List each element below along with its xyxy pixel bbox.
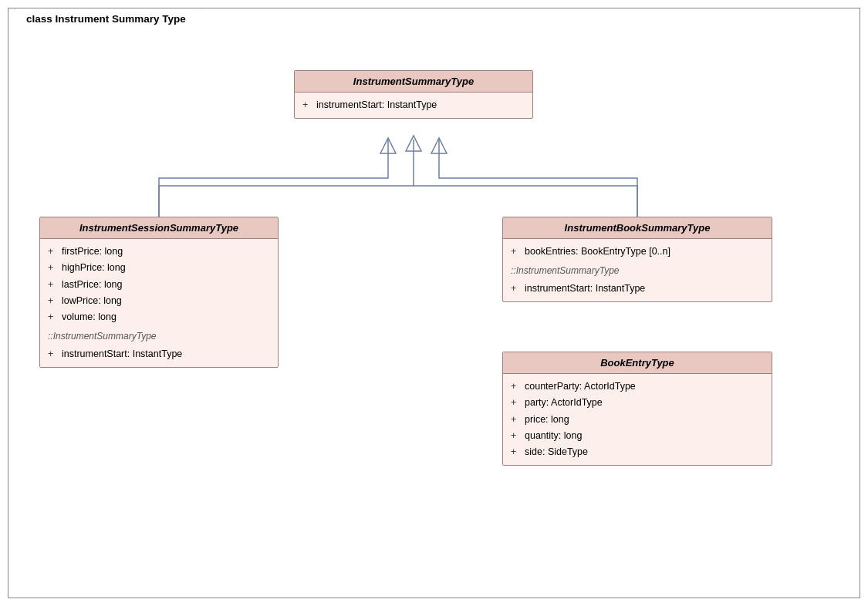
attr-row: + lastPrice: long bbox=[48, 277, 270, 293]
class-instrument-book-summary-type-body: + bookEntries: BookEntryType [0..n] ::In… bbox=[503, 239, 772, 301]
attr-row: + bookEntries: BookEntryType [0..n] bbox=[511, 244, 764, 260]
attr-row: + highPrice: long bbox=[48, 260, 270, 276]
class-instrument-summary-type-header: InstrumentSummaryType bbox=[295, 71, 532, 93]
class-instrument-session-summary-type-header: InstrumentSessionSummaryType bbox=[40, 217, 278, 239]
class-instrument-summary-type-body: + instrumentStart: InstantType bbox=[295, 93, 532, 118]
attr-row: + price: long bbox=[511, 412, 764, 428]
class-instrument-book-summary-type-header: InstrumentBookSummaryType bbox=[503, 217, 772, 239]
attr-row: + side: SideType bbox=[511, 444, 764, 460]
inherited-label: ::InstrumentSummaryType bbox=[48, 328, 270, 344]
attr-row: + lowPrice: long bbox=[48, 293, 270, 309]
svg-marker-2 bbox=[406, 136, 421, 151]
attr-row: + instrumentStart: InstantType bbox=[48, 346, 270, 362]
class-book-entry-type-body: + counterParty: ActorIdType + party: Act… bbox=[503, 374, 772, 465]
svg-marker-4 bbox=[431, 138, 447, 153]
class-book-entry-type: BookEntryType + counterParty: ActorIdTyp… bbox=[502, 352, 772, 466]
attr-row: + instrumentStart: InstantType bbox=[511, 281, 764, 297]
attr-row: + counterParty: ActorIdType bbox=[511, 379, 764, 395]
inherited-label: ::InstrumentSummaryType bbox=[511, 263, 764, 278]
diagram-container: class Instrument Summary Type bbox=[8, 8, 860, 598]
class-book-entry-type-header: BookEntryType bbox=[503, 352, 772, 374]
diagram-tab: class Instrument Summary Type bbox=[15, 8, 202, 29]
class-instrument-book-summary-type: InstrumentBookSummaryType + bookEntries:… bbox=[502, 217, 772, 302]
attr-row: + quantity: long bbox=[511, 428, 764, 444]
attr-row: + firstPrice: long bbox=[48, 244, 270, 260]
attr-row: + party: ActorIdType bbox=[511, 395, 764, 411]
attr-row: + volume: long bbox=[48, 309, 270, 325]
class-instrument-session-summary-type-body: + firstPrice: long + highPrice: long + l… bbox=[40, 239, 278, 367]
attr-row: + instrumentStart: InstantType bbox=[302, 97, 525, 113]
class-instrument-summary-type: InstrumentSummaryType + instrumentStart:… bbox=[294, 70, 533, 119]
class-instrument-session-summary-type: InstrumentSessionSummaryType + firstPric… bbox=[39, 217, 279, 368]
svg-marker-3 bbox=[380, 138, 396, 153]
diagram-title: class Instrument Summary Type bbox=[26, 13, 186, 25]
